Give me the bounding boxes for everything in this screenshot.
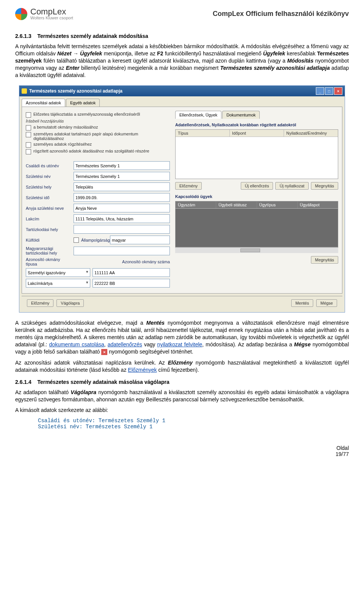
titlebar[interactable]: Természetes személy azonosítási adatlapj… xyxy=(19,86,345,96)
uj-ellenorzes-button[interactable]: Új ellenőrzés xyxy=(241,182,273,190)
allampolg-input[interactable]: magyar xyxy=(110,236,170,244)
window-icon xyxy=(22,88,27,94)
page-header: CompLex Wolters Kluwer csoport CompLex O… xyxy=(0,0,364,24)
paragraph-5: A kimásolt adatok szerkezete az alábbi: xyxy=(15,407,349,414)
paragraph-3: Az azonosítási adatok változtatásai napl… xyxy=(15,359,349,374)
okm-szam-input[interactable]: 111111 AA xyxy=(93,268,170,277)
bottom-mentes-button[interactable]: Mentés xyxy=(291,299,313,307)
magyar-tart-input[interactable] xyxy=(74,247,170,255)
elozmeny-button[interactable]: Előzmény xyxy=(175,182,202,190)
anyja-input[interactable]: Anyja Neve xyxy=(74,204,170,212)
szulnev-input[interactable]: Természetes Személy 1 xyxy=(74,172,170,181)
close-x-icon: × xyxy=(101,349,107,355)
checkbox[interactable] xyxy=(26,125,31,130)
paragraph-4: Az adatlapon található Vágólapra nyomógo… xyxy=(15,389,349,403)
szulido-input[interactable]: 1999.09.09. xyxy=(74,193,170,202)
kapcsolodo-table: Ügyszám Ügybeli státusz Ügytípus Ügyálla… xyxy=(175,201,338,247)
kulfoldi-checkbox[interactable] xyxy=(74,237,79,243)
bottom-megse-button[interactable]: Mégse xyxy=(316,299,337,307)
paragraph-1: A nyilvántartásba felvitt természetes sz… xyxy=(15,43,349,79)
tab-ellenorzesek[interactable]: Ellenőrzések, Ügyek xyxy=(175,111,221,119)
uj-nyilatkozat-button[interactable]: Új nyilatkozat xyxy=(275,182,308,190)
paragraph-2: A szükséges adatmódosításokat elvégezve,… xyxy=(15,319,349,355)
link-adatellenorzes[interactable]: adatellenőrzés xyxy=(108,341,142,347)
tab-egyeb[interactable]: Egyéb adatok xyxy=(66,99,100,107)
checkbox[interactable] xyxy=(26,149,31,154)
logo-area: CompLex Wolters Kluwer csoport xyxy=(15,8,73,20)
tab-dokumentumok[interactable]: Dokumentumok xyxy=(222,111,260,119)
note-irasbeli: Írásbeli hozzájárulás xyxy=(26,119,170,123)
checkbox[interactable] xyxy=(26,132,31,137)
kapcsolodo-heading: Kapcsolódó ügyek xyxy=(175,194,338,199)
bottom-elozmeny-button[interactable]: Előzmény xyxy=(27,299,53,307)
logo-icon xyxy=(15,8,27,20)
checkbox[interactable] xyxy=(26,142,31,148)
logo-sub: Wolters Kluwer csoport xyxy=(30,16,73,20)
tab-azonositasi[interactable]: Azonosítási adatok xyxy=(22,99,65,107)
logo-brand: CompLex xyxy=(30,8,73,16)
adatell-table: Típus Időpont Nyilatkozat/Eredmény xyxy=(175,129,338,179)
megnyitas-button[interactable]: Megnyitás xyxy=(311,182,338,190)
mono-block: Családi és utónév: Természetes Személy 1… xyxy=(38,418,349,430)
main-tabs: Azonosítási adatok Egyéb adatok xyxy=(19,96,345,107)
maximize-button[interactable]: □ xyxy=(325,87,333,95)
adatell-heading: Adatellenőrzések, Nyilatkozatok korábban… xyxy=(175,123,338,127)
megnyitas2-button[interactable]: Megnyitás xyxy=(311,256,338,264)
doc-title: CompLex Officium felhasználói kézikönyv xyxy=(213,10,349,18)
right-pane: Ellenőrzések, Ügyek Dokumentumok Adatell… xyxy=(175,111,338,289)
link-dok-csatolasa[interactable]: dokumentum csatolása xyxy=(49,341,104,347)
lakcimkartya-select[interactable]: Lakcímkártya xyxy=(26,279,90,288)
tartozkodasi-input[interactable] xyxy=(74,225,170,234)
link-elozmenyek[interactable]: Előzmények xyxy=(128,367,157,373)
link-nyilatkozat[interactable]: nyilatkozat felvitele xyxy=(157,341,202,347)
app-window: Természetes személy azonosítási adatlapj… xyxy=(19,85,345,313)
close-button[interactable]: × xyxy=(334,87,342,95)
window-title: Természetes személy azonosítási adatlapj… xyxy=(29,88,122,94)
szulhely-input[interactable]: Település xyxy=(74,182,170,191)
lakcimkartya-szam-input[interactable]: 222222 BB xyxy=(93,279,170,288)
lakcim-input[interactable]: 1111 Település, Utca, házszám xyxy=(74,214,170,223)
checkbox[interactable] xyxy=(26,112,31,118)
page-footer: Oldal 19/77 xyxy=(0,441,364,465)
section-heading-1: 2.6.1.3 Természetes személy adatainak mó… xyxy=(15,33,349,39)
csaladi-input[interactable]: Természetes Személy 1 xyxy=(74,161,170,170)
left-pane: Előzetes tájékoztatás a személyazonosság… xyxy=(26,111,170,289)
minimize-button[interactable]: _ xyxy=(316,87,324,95)
scrollbar[interactable] xyxy=(175,247,338,253)
section-heading-2: 2.6.1.4 Természetes személy adatainak má… xyxy=(15,379,349,385)
bottom-button-bar: Előzmény Vágólapra Mentés Mégse xyxy=(22,296,342,310)
bottom-vagolapra-button[interactable]: Vágólapra xyxy=(56,299,84,307)
okm-tipus-select[interactable]: Személyi igazolvány xyxy=(26,268,90,277)
chk-head-label: Előzetes tájékoztatás a személyazonosság… xyxy=(33,112,140,116)
